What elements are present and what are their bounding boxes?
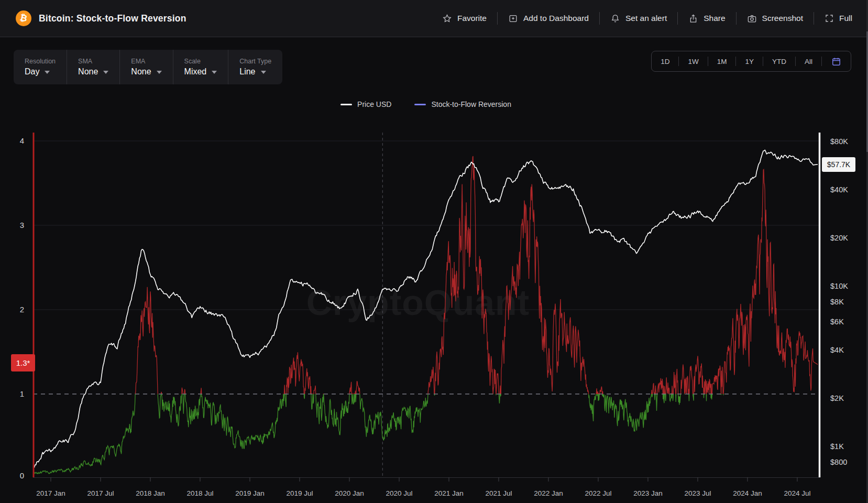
- x-axis-label: 2017 Jul: [87, 489, 114, 497]
- x-axis-label: 2019 Jul: [286, 489, 313, 497]
- x-axis-label: 2020 Jan: [335, 489, 364, 497]
- price-last-value-badge: $57.7K: [822, 157, 855, 172]
- x-axis-label: 2022 Jul: [585, 489, 611, 497]
- y-axis-label-right: $20K: [830, 234, 848, 242]
- y-axis-label-right: $1K: [830, 442, 844, 451]
- x-axis-label: 2018 Jan: [136, 489, 165, 497]
- y-axis-label-right: $4K: [830, 346, 844, 354]
- app: ₿ Bitcoin: Stock-to-Flow Reversion Favor…: [0, 0, 868, 503]
- y-axis-label-right: $2K: [830, 394, 844, 402]
- ratio-last-value-badge: 1.3*: [11, 354, 35, 371]
- s2f-reversion-line-below-1: [34, 156, 818, 474]
- y-axis-label-right: $40K: [830, 185, 848, 194]
- x-axis-label: 2021 Jan: [434, 489, 464, 497]
- x-axis-label: 2021 Jul: [485, 489, 512, 497]
- y-axis-label-left: 2: [20, 305, 24, 314]
- y-axis-label-right: $800: [830, 458, 847, 466]
- x-axis-label: 2017 Jan: [36, 489, 65, 497]
- y-axis-label-left: 1: [20, 389, 24, 398]
- price-line: [34, 150, 818, 467]
- x-axis-label: 2019 Jan: [235, 489, 265, 497]
- x-axis-label: 2023 Jul: [684, 489, 711, 497]
- x-axis-label: 2024 Jul: [784, 489, 810, 497]
- y-axis-label-left: 4: [20, 136, 24, 145]
- x-axis-label: 2023 Jan: [633, 489, 663, 497]
- price-chart[interactable]: 43210$80K$40K$20K$10K$8K$6K$4K$2K$1K$800…: [0, 0, 868, 503]
- y-axis-label-right: $80K: [830, 137, 848, 146]
- x-axis-label: 2018 Jul: [186, 489, 213, 497]
- y-axis-label-left: 3: [20, 221, 24, 229]
- y-axis-label-right: $10K: [830, 282, 848, 290]
- y-axis-label-right: $8K: [830, 298, 844, 306]
- y-axis-label-left: 0: [20, 471, 24, 480]
- x-axis-label: 2024 Jan: [733, 489, 762, 497]
- s2f-reversion-line-above-1: [34, 156, 818, 474]
- x-axis-label: 2022 Jan: [534, 489, 563, 497]
- x-axis-label: 2020 Jul: [386, 489, 412, 497]
- y-axis-label-right: $6K: [830, 318, 844, 326]
